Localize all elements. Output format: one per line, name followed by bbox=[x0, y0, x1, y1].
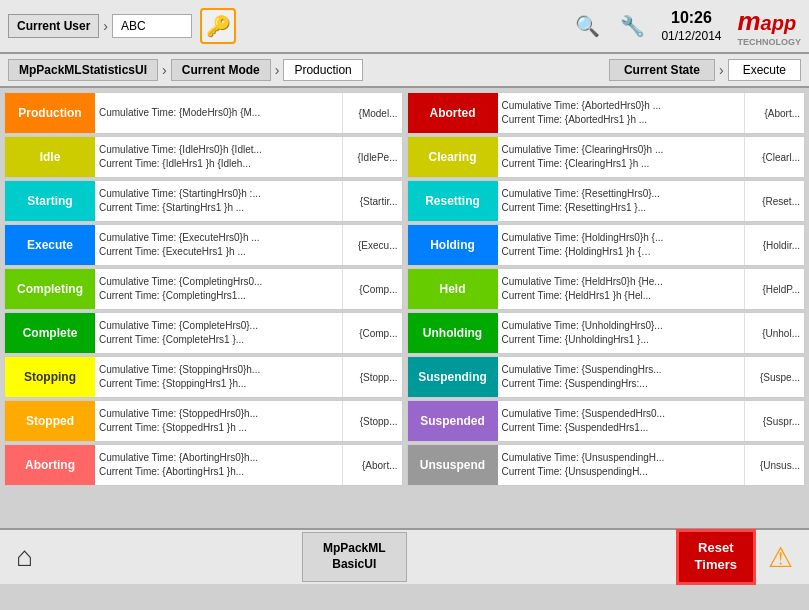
mode-label: Current Mode bbox=[171, 59, 271, 81]
state-label-cell: Complete bbox=[5, 313, 95, 353]
header-arrow1: › bbox=[103, 18, 108, 34]
state-value-cell: {Unhol... bbox=[744, 313, 804, 353]
mapp-tech-label: TECHNOLOGY bbox=[737, 37, 801, 47]
state-current-time: Current Time: {UnholdingHrs1 }... bbox=[502, 333, 741, 347]
main-content: ProductionCumulative Time: {ModeHrs0}h {… bbox=[0, 88, 809, 528]
state-current-time: Current Time: {SuspendingHrs:... bbox=[502, 377, 741, 391]
state-info-cell: Cumulative Time: {StoppedHrs0}h...Curren… bbox=[95, 401, 342, 441]
mapp-logo: mapp TECHNOLOGY bbox=[737, 6, 801, 47]
header: Current User › ABC 🔑 🔍 🔧 10:26 01/12/201… bbox=[0, 0, 809, 54]
state-cumulative-time: Cumulative Time: {ClearingHrs0}h ... bbox=[502, 143, 741, 157]
state-value: Execute bbox=[728, 59, 801, 81]
table-row: ClearingCumulative Time: {ClearingHrs0}h… bbox=[407, 136, 806, 178]
state-current-time: Current Time: {HoldingHrs1 }h {… bbox=[502, 245, 741, 259]
footer: ⌂ MpPackML BasicUI Reset Timers ⚠ bbox=[0, 528, 809, 584]
breadcrumb-bar: MpPackMLStatisticsUI › Current Mode › Pr… bbox=[0, 54, 809, 88]
component-name: MpPackMLStatisticsUI bbox=[8, 59, 158, 81]
state-cumulative-time: Cumulative Time: {StartingHrs0}h :... bbox=[99, 187, 338, 201]
state-value-cell: {Unsus... bbox=[744, 445, 804, 485]
state-label-cell: Held bbox=[408, 269, 498, 309]
basic-ui-button[interactable]: MpPackML BasicUI bbox=[302, 532, 407, 581]
state-current-time: Current Time: {AbortedHrs1 }h ... bbox=[502, 113, 741, 127]
state-value-cell: {Suspe... bbox=[744, 357, 804, 397]
state-current-time: Current Time: {ResettingHrs1 }... bbox=[502, 201, 741, 215]
bc-arrow3: › bbox=[719, 62, 724, 78]
table-row: StartingCumulative Time: {StartingHrs0}h… bbox=[4, 180, 403, 222]
key-icon[interactable]: 🔑 bbox=[200, 8, 236, 44]
state-info-cell: Cumulative Time: {StoppingHrs0}h...Curre… bbox=[95, 357, 342, 397]
table-row: ResettingCumulative Time: {ResettingHrs0… bbox=[407, 180, 806, 222]
warning-icon[interactable]: ⚠ bbox=[768, 541, 793, 574]
table-row: CompleteCumulative Time: {CompleteHrs0}.… bbox=[4, 312, 403, 354]
state-cumulative-time: Cumulative Time: {AbortedHrs0}h ... bbox=[502, 99, 741, 113]
state-value-cell: {Stopp... bbox=[342, 357, 402, 397]
table-row: SuspendedCumulative Time: {SuspendedHrs0… bbox=[407, 400, 806, 442]
state-current-time: Current Time: {SuspendedHrs1... bbox=[502, 421, 741, 435]
state-value-cell: {Stopp... bbox=[342, 401, 402, 441]
user-value: ABC bbox=[112, 14, 192, 38]
state-current-time: Current Time: {CompleteHrs1 }... bbox=[99, 333, 338, 347]
state-cumulative-time: Cumulative Time: {HeldHrs0}h {He... bbox=[502, 275, 741, 289]
state-info-cell: Cumulative Time: {SuspendedHrs0...Curren… bbox=[498, 401, 745, 441]
search-icon[interactable]: 🔍 bbox=[575, 14, 600, 38]
state-label-cell: Clearing bbox=[408, 137, 498, 177]
bc-arrow1: › bbox=[162, 62, 167, 78]
state-cumulative-time: Cumulative Time: {IdleHrs0}h {Idlet... bbox=[99, 143, 338, 157]
state-current-time: Current Time: {HeldHrs1 }h {Hel... bbox=[502, 289, 741, 303]
state-cumulative-time: Cumulative Time: {ResettingHrs0}... bbox=[502, 187, 741, 201]
state-label-cell: Suspending bbox=[408, 357, 498, 397]
home-button[interactable]: ⌂ bbox=[16, 541, 33, 573]
state-label-cell: Suspended bbox=[408, 401, 498, 441]
bc-arrow2: › bbox=[275, 62, 280, 78]
state-cumulative-time: Cumulative Time: {ExecuteHrs0}h ... bbox=[99, 231, 338, 245]
state-cumulative-time: Cumulative Time: {ModeHrs0}h {M... bbox=[99, 106, 338, 120]
table-row: AbortedCumulative Time: {AbortedHrs0}h .… bbox=[407, 92, 806, 134]
settings-icon[interactable]: 🔧 bbox=[620, 14, 645, 38]
state-value-cell: {Comp... bbox=[342, 313, 402, 353]
table-row: AbortingCumulative Time: {AbortingHrs0}h… bbox=[4, 444, 403, 486]
state-current-time: Current Time: {StoppingHrs1 }h... bbox=[99, 377, 338, 391]
table-row: HeldCumulative Time: {HeldHrs0}h {He...C… bbox=[407, 268, 806, 310]
reset-timers-button[interactable]: Reset Timers bbox=[676, 529, 756, 585]
state-label-cell: Aborted bbox=[408, 93, 498, 133]
state-label-cell: Unsuspend bbox=[408, 445, 498, 485]
table-row: IdleCumulative Time: {IdleHrs0}h {Idlet.… bbox=[4, 136, 403, 178]
table-row: StoppingCumulative Time: {StoppingHrs0}h… bbox=[4, 356, 403, 398]
state-value-cell: {HeldP... bbox=[744, 269, 804, 309]
state-label-cell: Aborting bbox=[5, 445, 95, 485]
state-current-time: Current Time: {ExecuteHrs1 }h ... bbox=[99, 245, 338, 259]
state-current-time: Current Time: {ClearingHrs1 }h ... bbox=[502, 157, 741, 171]
state-info-cell: Cumulative Time: {UnholdingHrs0}...Curre… bbox=[498, 313, 745, 353]
state-cumulative-time: Cumulative Time: {StoppingHrs0}h... bbox=[99, 363, 338, 377]
state-value-cell: {Startir... bbox=[342, 181, 402, 221]
right-states: AbortedCumulative Time: {AbortedHrs0}h .… bbox=[407, 92, 806, 524]
state-value-cell: {Model... bbox=[342, 93, 402, 133]
state-info-cell: Cumulative Time: {CompleteHrs0}...Curren… bbox=[95, 313, 342, 353]
state-info-cell: Cumulative Time: {CompletingHrs0...Curre… bbox=[95, 269, 342, 309]
state-value-cell: {Clearl... bbox=[744, 137, 804, 177]
state-info-cell: Cumulative Time: {HoldingHrs0}h {...Curr… bbox=[498, 225, 745, 265]
header-time: 10:26 01/12/2014 bbox=[661, 8, 721, 44]
states-container: ProductionCumulative Time: {ModeHrs0}h {… bbox=[4, 92, 805, 524]
state-label-cell: Idle bbox=[5, 137, 95, 177]
header-tools: 🔍 🔧 bbox=[575, 14, 645, 38]
state-info-cell: Cumulative Time: {IdleHrs0}h {Idlet...Cu… bbox=[95, 137, 342, 177]
state-info-cell: Cumulative Time: {AbortingHrs0}h...Curre… bbox=[95, 445, 342, 485]
state-info-cell: Cumulative Time: {AbortedHrs0}h ...Curre… bbox=[498, 93, 745, 133]
state-label-cell: Execute bbox=[5, 225, 95, 265]
table-row: UnholdingCumulative Time: {UnholdingHrs0… bbox=[407, 312, 806, 354]
table-row: SuspendingCumulative Time: {SuspendingHr… bbox=[407, 356, 806, 398]
state-info-cell: Cumulative Time: {StartingHrs0}h :...Cur… bbox=[95, 181, 342, 221]
state-value-cell: {Reset... bbox=[744, 181, 804, 221]
state-current-time: Current Time: {AbortingHrs1 }h... bbox=[99, 465, 338, 479]
state-cumulative-time: Cumulative Time: {CompleteHrs0}... bbox=[99, 319, 338, 333]
state-cumulative-time: Cumulative Time: {AbortingHrs0}h... bbox=[99, 451, 338, 465]
state-info-cell: Cumulative Time: {SuspendingHrs...Curren… bbox=[498, 357, 745, 397]
state-info-cell: Cumulative Time: {UnsuspendingH...Curren… bbox=[498, 445, 745, 485]
state-info-cell: Cumulative Time: {ModeHrs0}h {M... bbox=[95, 93, 342, 133]
left-states: ProductionCumulative Time: {ModeHrs0}h {… bbox=[4, 92, 403, 524]
state-cumulative-time: Cumulative Time: {UnholdingHrs0}... bbox=[502, 319, 741, 333]
state-label-cell: Stopping bbox=[5, 357, 95, 397]
state-label-cell: Starting bbox=[5, 181, 95, 221]
state-cumulative-time: Cumulative Time: {HoldingHrs0}h {... bbox=[502, 231, 741, 245]
